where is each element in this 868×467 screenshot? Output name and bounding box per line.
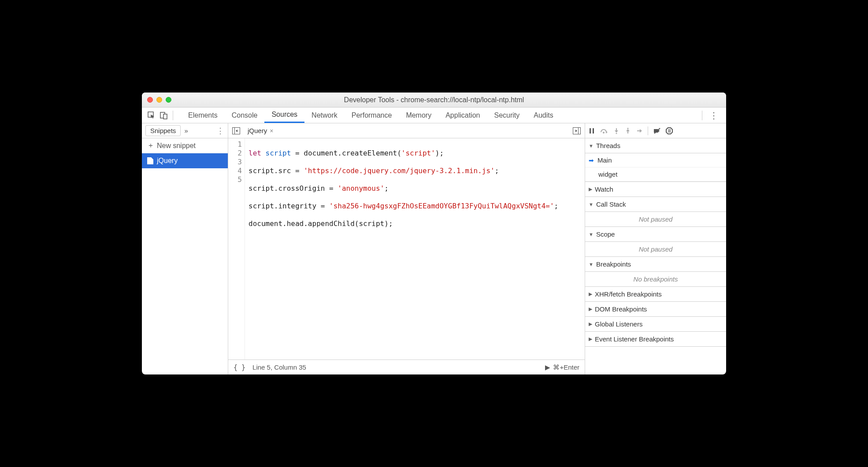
breakpoints-section-header[interactable]: ▼Breakpoints: [585, 257, 726, 272]
svg-rect-6: [579, 127, 581, 134]
chevron-down-icon: ▼: [589, 262, 594, 267]
editor-tab-label: jQuery: [248, 127, 267, 134]
chevron-right-icon: ▶: [589, 291, 592, 297]
new-snippet-button[interactable]: ＋ New snippet: [142, 138, 228, 153]
section-label: Call Stack: [596, 200, 626, 208]
chevron-down-icon: ▼: [589, 232, 594, 237]
step-icon[interactable]: [636, 128, 642, 134]
tab-console[interactable]: Console: [225, 107, 265, 123]
titlebar: Developer Tools - chrome-search://local-…: [142, 93, 726, 107]
chevron-down-icon: ▼: [589, 202, 594, 207]
threads-list: ➡Main widget: [585, 153, 726, 182]
inspect-element-icon[interactable]: [145, 111, 158, 119]
section-label: Global Listeners: [595, 320, 642, 328]
snippets-tab[interactable]: Snippets: [145, 125, 181, 136]
event-listener-breakpoints-section-header[interactable]: ▶Event Listener Breakpoints: [585, 332, 726, 347]
run-shortcut-label: ⌘+Enter: [553, 363, 579, 371]
device-toolbar-icon[interactable]: [158, 111, 170, 119]
code-line: script.crossOrigin = 'anonymous';: [249, 184, 581, 193]
svg-point-9: [603, 132, 605, 133]
snippet-file-icon: [147, 157, 153, 164]
tab-application[interactable]: Application: [438, 107, 487, 123]
divider: [648, 126, 648, 135]
chevron-right-icon: ▶: [589, 186, 592, 192]
tab-audits[interactable]: Audits: [527, 107, 560, 123]
step-over-icon[interactable]: [600, 128, 608, 134]
thread-main[interactable]: ➡Main: [585, 153, 726, 167]
tab-sources[interactable]: Sources: [264, 107, 304, 123]
settings-kebab-icon[interactable]: ⋮: [705, 110, 723, 121]
callstack-section-header[interactable]: ▼Call Stack: [585, 197, 726, 212]
dom-breakpoints-section-header[interactable]: ▶DOM Breakpoints: [585, 302, 726, 317]
section-label: XHR/fetch Breakpoints: [595, 290, 662, 298]
zoom-window-button[interactable]: [166, 97, 171, 103]
toggle-debugger-icon[interactable]: [571, 127, 582, 134]
panel-tabs: Elements Console Sources Network Perform…: [181, 107, 560, 123]
thread-label: widget: [598, 170, 617, 178]
run-snippet-button[interactable]: ▶ ⌘+Enter: [545, 363, 579, 371]
svg-rect-13: [668, 129, 669, 133]
tab-memory[interactable]: Memory: [399, 107, 438, 123]
divider: [173, 111, 173, 120]
chevron-right-icon: ▶: [589, 321, 592, 327]
editor-tab-jquery[interactable]: jQuery ×: [243, 125, 278, 136]
main-toolbar: Elements Console Sources Network Perform…: [142, 107, 726, 123]
tab-security[interactable]: Security: [487, 107, 527, 123]
minimize-window-button[interactable]: [156, 97, 162, 103]
play-icon: ▶: [545, 363, 550, 371]
deactivate-breakpoints-icon[interactable]: [653, 128, 660, 134]
close-tab-icon[interactable]: ×: [270, 127, 273, 134]
code-line: document.head.appendChild(script);: [249, 219, 581, 228]
svg-rect-7: [590, 128, 591, 133]
chevron-down-icon: ▼: [589, 143, 594, 148]
navigator-menu-icon[interactable]: ⋮: [216, 126, 224, 136]
section-label: DOM Breakpoints: [595, 305, 647, 313]
pause-on-exceptions-icon[interactable]: [666, 127, 673, 134]
svg-point-11: [627, 128, 629, 129]
svg-rect-2: [163, 114, 167, 119]
section-label: Breakpoints: [596, 260, 631, 268]
pretty-print-icon[interactable]: { }: [234, 363, 245, 371]
line-number: 4: [228, 167, 242, 175]
line-number: 2: [228, 149, 242, 158]
chevron-right-icon: ▶: [589, 336, 592, 342]
snippet-item-label: jQuery: [157, 157, 178, 165]
plus-icon: ＋: [147, 141, 154, 150]
editor-pane: jQuery × 1 2 3 4 5 let script = document…: [228, 123, 585, 374]
editor-statusbar: { } Line 5, Column 35 ▶ ⌘+Enter: [228, 360, 585, 374]
watch-section-header[interactable]: ▶Watch: [585, 182, 726, 197]
devtools-window: Developer Tools - chrome-search://local-…: [142, 93, 726, 374]
editor-tabstrip: jQuery ×: [228, 123, 585, 138]
code-line: let script = document.createElement('scr…: [249, 149, 581, 158]
snippet-list: jQuery: [142, 153, 228, 374]
step-out-icon[interactable]: [625, 128, 631, 134]
threads-section-header[interactable]: ▼Threads: [585, 138, 726, 153]
scope-section-header[interactable]: ▼Scope: [585, 227, 726, 242]
divider: [702, 111, 702, 120]
toggle-navigator-icon[interactable]: [231, 127, 241, 134]
more-tabs-icon[interactable]: »: [184, 127, 188, 134]
section-label: Event Listener Breakpoints: [595, 335, 674, 343]
sources-panel: Snippets » ⋮ ＋ New snippet jQuery: [142, 123, 726, 374]
code-line: script.integrity = 'sha256-hwg4gsxgFZhOs…: [249, 202, 581, 211]
tab-network[interactable]: Network: [304, 107, 345, 123]
close-window-button[interactable]: [147, 97, 153, 103]
pause-icon[interactable]: [589, 128, 595, 134]
debugger-toolbar: [585, 123, 726, 138]
tab-performance[interactable]: Performance: [345, 107, 399, 123]
code-area[interactable]: let script = document.createElement('scr…: [245, 138, 585, 360]
step-into-icon[interactable]: [613, 128, 619, 134]
snippet-item-jquery[interactable]: jQuery: [142, 153, 228, 168]
debugger-pane: ▼Threads ➡Main widget ▶Watch ▼Call Stack…: [585, 123, 726, 374]
xhr-breakpoints-section-header[interactable]: ▶XHR/fetch Breakpoints: [585, 287, 726, 302]
global-listeners-section-header[interactable]: ▶Global Listeners: [585, 317, 726, 332]
chevron-right-icon: ▶: [589, 306, 592, 312]
tab-elements[interactable]: Elements: [181, 107, 225, 123]
cursor-position: Line 5, Column 35: [252, 363, 306, 371]
callstack-status: Not paused: [585, 212, 726, 227]
section-label: Threads: [596, 142, 620, 149]
thread-widget[interactable]: widget: [585, 167, 726, 182]
line-number: 1: [228, 140, 242, 149]
code-editor[interactable]: 1 2 3 4 5 let script = document.createEl…: [228, 138, 585, 360]
window-title: Developer Tools - chrome-search://local-…: [142, 96, 726, 104]
